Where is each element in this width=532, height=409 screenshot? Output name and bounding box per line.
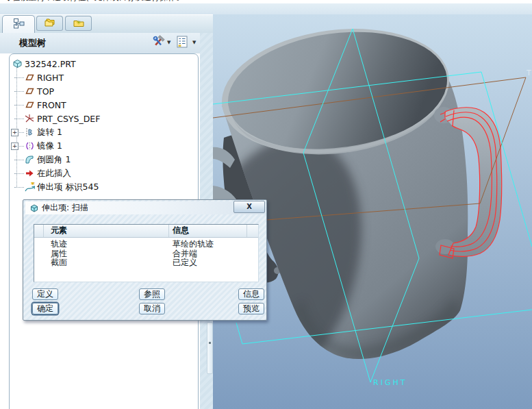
dialog-title-bar[interactable]: 伸出项: 扫描 <box>25 201 266 214</box>
tree-item-label: FRONT <box>37 100 66 110</box>
part-icon <box>12 59 23 69</box>
row-element: 属性 <box>34 249 169 259</box>
preview-button[interactable]: 预览 <box>238 303 264 314</box>
tab-folder-browser[interactable] <box>36 16 63 31</box>
info-button[interactable]: 信息 <box>238 288 264 300</box>
sweep-protrusion-dialog: 伸出项: 扫描 X 元素 信息 轨迹草绘的轨迹属性合并端截面已定义 定义参照信息… <box>23 199 267 321</box>
tree-item-label: 332542.PRT <box>25 59 76 69</box>
tree-item[interactable]: 332542.PRT <box>10 57 198 71</box>
application-window: ◆在模型树中选取特征、元件或目标以进行操作。 ✳ 模型树 ▼ ▼ <box>0 0 532 409</box>
sweep-icon: * <box>24 182 35 193</box>
plane-icon <box>24 73 35 82</box>
tree-branch-line <box>14 187 24 188</box>
dialog-title: 伸出项: 扫描 <box>42 202 88 214</box>
tree-item[interactable]: +旋转 1 <box>10 125 198 139</box>
tree-branch-line <box>14 160 24 160</box>
tree-item[interactable]: RIGHT <box>10 71 198 84</box>
dialog-part-icon <box>30 204 38 212</box>
tree-item-label: 旋转 1 <box>37 127 62 138</box>
tree-branch-line <box>14 173 24 174</box>
table-row[interactable]: 轨迹草绘的轨迹 <box>34 240 258 249</box>
tab-favorites[interactable]: ✳ <box>65 16 92 31</box>
tree-item[interactable]: 在此插入 <box>10 166 198 180</box>
tree-item-label: PRT_CSYS_DEF <box>37 114 100 124</box>
navigator-tab-bar: ✳ <box>0 15 213 33</box>
folder-star-tab-icon: ✳ <box>73 17 85 30</box>
tree-item-label: 镜像 1 <box>37 140 62 152</box>
tree-expand-icon[interactable]: + <box>11 129 18 136</box>
toolbar-strip <box>0 3 532 15</box>
mirror-icon <box>24 141 35 151</box>
table-row[interactable]: 属性合并端 <box>34 249 258 259</box>
dialog-close-button[interactable]: X <box>233 201 265 213</box>
revolve-icon <box>24 127 35 137</box>
ok-button[interactable]: 确定 <box>32 303 58 314</box>
tree-branch-line <box>14 91 24 92</box>
tree-item-label: 伸出项 标识545 <box>37 182 99 193</box>
tree-filter-icon[interactable] <box>175 35 190 50</box>
message-text: ◆在模型树中选取特征、元件或目标以进行操作。 <box>5 0 532 3</box>
tree-item[interactable]: PRT_CSYS_DEF <box>10 112 198 125</box>
define-button[interactable]: 定义 <box>32 288 58 300</box>
column-element: 元素 <box>44 225 169 237</box>
table-header: 元素 信息 <box>34 225 258 238</box>
plane-icon <box>24 87 35 95</box>
row-info: 已定义 <box>169 258 258 268</box>
folders-tab-icon <box>44 17 56 30</box>
panel-splitter-handle[interactable] <box>207 322 213 374</box>
round-icon <box>24 155 35 164</box>
row-info: 合并端 <box>169 249 258 259</box>
svg-text:✳: ✳ <box>76 19 81 26</box>
row-info: 草绘的轨迹 <box>169 240 258 249</box>
tree-item[interactable]: 倒圆角 1 <box>10 153 198 166</box>
csys-icon <box>24 114 35 123</box>
dialog-element-table[interactable]: 元素 信息 轨迹草绘的轨迹属性合并端截面已定义 <box>34 224 259 282</box>
tree-item-label: RIGHT <box>37 73 64 83</box>
svg-text:*: * <box>31 182 35 189</box>
tree-item[interactable]: TOP <box>10 84 198 98</box>
tree-tools-dropdown-arrow[interactable]: ▼ <box>167 40 170 45</box>
right-plane-label: RIGHT <box>373 378 407 387</box>
tree-item-label: 在此插入 <box>37 168 71 179</box>
model-tree-header: 模型树 ▼ ▼ <box>0 33 213 53</box>
tree-tools-icon[interactable] <box>151 35 166 50</box>
row-element: 截面 <box>34 258 169 268</box>
tree-item[interactable]: +镜像 1 <box>10 139 198 153</box>
tree-expand-icon[interactable]: + <box>11 142 18 150</box>
tree-item-label: 倒圆角 1 <box>37 154 71 166</box>
insert-icon <box>24 169 35 177</box>
refs-button[interactable]: 参照 <box>139 288 165 300</box>
panel-title: 模型树 <box>19 37 46 49</box>
tree-item[interactable]: *伸出项 标识545 <box>10 180 198 194</box>
tree-item[interactable]: FRONT <box>10 98 198 112</box>
tree-tab-icon <box>13 18 25 32</box>
tree-branch-line <box>14 119 24 119</box>
row-element: 轨迹 <box>34 240 169 249</box>
tab-model-tree[interactable] <box>2 15 35 34</box>
column-info: 信息 <box>169 225 247 237</box>
top-plane-label: T <box>526 69 531 77</box>
table-row[interactable]: 截面已定义 <box>34 258 258 268</box>
tree-item-label: TOP <box>37 86 54 97</box>
plane-icon <box>24 101 35 109</box>
cancel-button[interactable]: 取消 <box>139 303 165 314</box>
tree-branch-line <box>14 77 24 78</box>
tree-branch-line <box>14 105 24 106</box>
tree-filter-dropdown-arrow[interactable]: ▼ <box>192 40 196 45</box>
